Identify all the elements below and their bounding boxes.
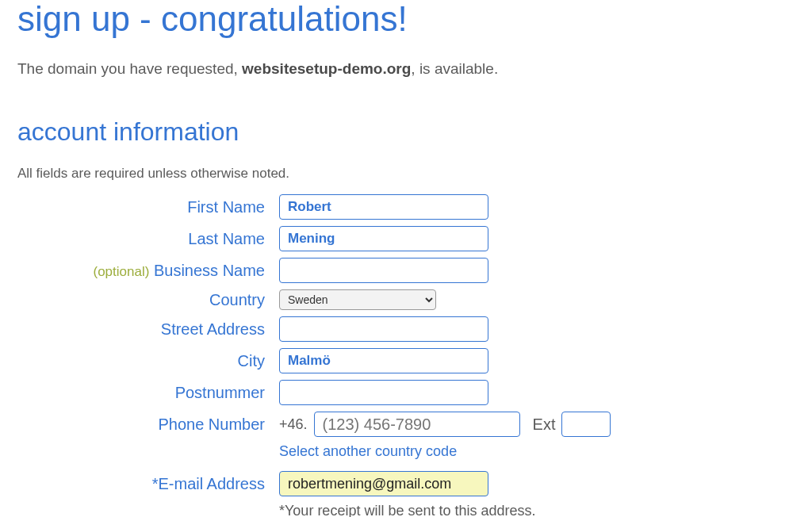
first-name-label: First Name — [17, 198, 279, 216]
business-name-input[interactable] — [279, 258, 488, 283]
select-country-code-link[interactable]: Select another country code — [279, 443, 457, 459]
subtitle-post: , is available. — [411, 60, 498, 77]
page-title: sign up - congratulations! — [17, 0, 795, 38]
phone-label: Phone Number — [17, 416, 279, 434]
city-input[interactable] — [279, 348, 488, 373]
city-label: City — [17, 352, 279, 370]
street-label: Street Address — [17, 320, 279, 339]
domain-availability-text: The domain you have requested, websitese… — [17, 60, 795, 78]
last-name-input[interactable] — [279, 226, 488, 251]
email-input[interactable] — [279, 471, 488, 496]
phone-input[interactable] — [314, 412, 520, 437]
section-heading: account information — [17, 117, 795, 147]
business-name-label: Business Name — [154, 262, 265, 279]
last-name-label: Last Name — [17, 230, 279, 248]
country-select[interactable]: Sweden — [279, 289, 436, 310]
optional-tag: (optional) — [94, 264, 150, 279]
email-hint: *Your receipt will be sent to this addre… — [279, 503, 795, 517]
subtitle-pre: The domain you have requested, — [17, 60, 242, 77]
postal-label: Postnummer — [17, 384, 279, 402]
country-label: Country — [17, 291, 279, 309]
subtitle-domain: websitesetup-demo.org — [242, 60, 411, 77]
email-label: E-mail Address — [152, 475, 265, 492]
first-name-input[interactable] — [279, 194, 488, 220]
ext-label: Ext — [533, 416, 556, 434]
required-fields-note: All fields are required unless otherwise… — [17, 166, 795, 182]
postal-input[interactable] — [279, 380, 488, 405]
street-input[interactable] — [279, 316, 488, 342]
phone-prefix: +46. — [279, 416, 308, 433]
ext-input[interactable] — [561, 412, 611, 437]
